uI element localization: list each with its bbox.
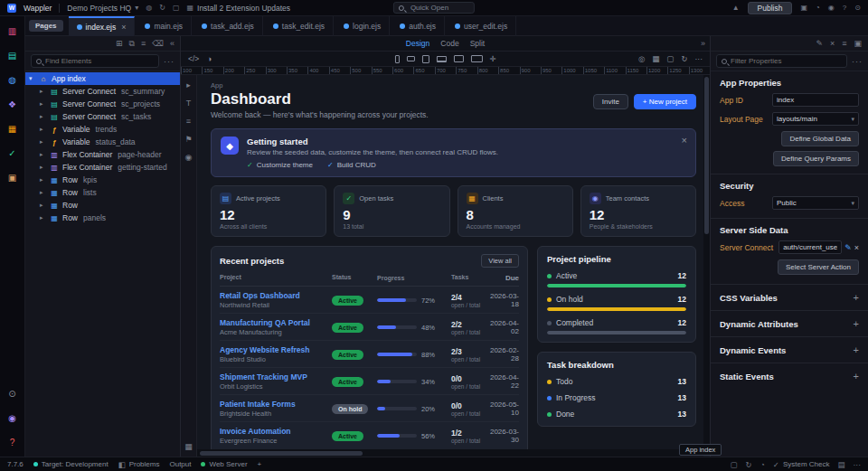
app-id-input[interactable] [772,93,859,107]
kpi-clients[interactable]: ▦ Clients 8 Accounts managed [458,185,573,237]
edit-icon[interactable]: ✎ [816,39,823,48]
eye-tool-icon[interactable]: ◉ [185,153,193,162]
page-canvas[interactable]: App Dashboard Welcome back — here's what… [197,75,710,457]
server-connect-input[interactable] [778,240,842,254]
terminal-icon[interactable]: ▢ [730,460,737,469]
tree-item-app-index[interactable]: ▾ ⌂ App index [25,72,180,85]
inspect-icon[interactable]: ◎ [638,54,645,63]
tree-item-sc-tasks[interactable]: ▸ ▤ Server Connect sc_tasks [25,110,180,123]
tab-main-ejs[interactable]: main.ejs [137,16,192,36]
help-icon[interactable]: ? [843,4,846,12]
tab-index-ejs[interactable]: index.ejs × [69,16,136,36]
code-view-tab[interactable]: Code [440,39,458,48]
project-name-link[interactable]: Retail Ops Dashboard [220,291,332,300]
expand-section-icon[interactable]: + [854,318,859,329]
select-server-action-button[interactable]: Select Server Action [778,259,859,275]
caret-right-icon[interactable]: ▸ [40,189,46,196]
delete-icon[interactable]: ⌫ [152,39,164,48]
project-name-link[interactable]: Agency Website Refresh [220,345,332,354]
caret-right-icon[interactable]: ▸ [40,138,46,146]
define-query-params-button[interactable]: Define Query Params [773,151,859,166]
tree-item-sc-projects[interactable]: ▸ ▤ Server Connect sc_projects [25,98,180,110]
collapse-panel-icon[interactable]: « [170,39,175,48]
invite-button[interactable]: Invite [593,94,628,109]
assets-panel-icon[interactable]: ▣ [5,170,20,184]
layout-page-select[interactable]: layouts/main ▾ [772,112,859,126]
scrollbar-thumb[interactable] [200,451,363,456]
quick-open-button[interactable]: Quick Open [393,2,475,14]
dark-mode-icon[interactable]: ◑ [207,54,212,63]
project-name-link[interactable]: Shipment Tracking MVP [220,372,332,382]
tree-item-row[interactable]: ▸ ▦ Row [25,199,180,212]
caret-right-icon[interactable]: ▸ [40,151,46,158]
section-dynamic-events[interactable]: Dynamic Events + [711,336,868,363]
system-check-button[interactable]: ✓ System Check [773,460,830,469]
caret-down-icon[interactable]: ▾ [29,75,35,82]
web-server-indicator[interactable]: Web Server [201,460,247,468]
canvas-horizontal-scrollbar[interactable] [197,449,703,457]
expand-section-icon[interactable]: + [854,371,859,382]
fit-screen-icon[interactable]: ✛ [489,54,495,63]
caret-right-icon[interactable]: ▸ [40,176,46,184]
save-icon[interactable]: ▣ [854,39,862,48]
close-icon[interactable]: × [682,135,687,146]
notifications-icon[interactable]: ◔ [816,4,820,12]
publish-button[interactable]: Publish [748,2,793,14]
tab-user-edit-ejs[interactable]: user_edit.ejs [447,16,516,36]
new-project-button[interactable]: + New project [634,94,696,109]
help-icon[interactable]: ? [5,435,20,449]
caret-right-icon[interactable]: ▸ [40,113,46,120]
list-icon[interactable]: ≡ [141,39,146,48]
rocket-icon[interactable]: ▲ [732,4,740,12]
expand-panel-icon[interactable]: » [701,39,710,48]
blocks-panel-icon[interactable]: ▦ [5,121,20,136]
tab-task-edit-ejs[interactable]: task_edit.ejs [265,16,334,36]
select-tool-icon[interactable]: ▸ [186,80,191,89]
tree-item-variable-trends[interactable]: ▸ ƒ Variable trends [25,123,180,136]
flag-tool-icon[interactable]: ⚑ [184,135,192,144]
project-name-link[interactable]: Patient Intake Forms [220,400,332,409]
tree-item-row-kpis[interactable]: ▸ ▦ Row kpis [25,174,180,186]
filter-properties-input[interactable] [731,57,842,65]
phone-landscape-icon[interactable] [406,56,414,61]
laptop-icon[interactable] [436,56,446,62]
view-all-button[interactable]: View all [481,254,519,268]
access-select[interactable]: Public ▾ [772,196,859,210]
tree-item-variable-status-data[interactable]: ▸ ƒ Variable status_data [25,136,180,148]
more-options-icon[interactable]: ··· [164,57,175,66]
code-icon[interactable]: </> [188,54,199,63]
canvas-vertical-scrollbar[interactable] [703,75,710,449]
duplicate-icon[interactable]: ⧉ [129,39,135,49]
define-global-data-button[interactable]: Define Global Data [781,131,859,146]
caret-right-icon[interactable]: ▸ [40,202,46,209]
section-dynamic-attributes[interactable]: Dynamic Attributes + [711,310,868,336]
database-panel-icon[interactable]: ▤ [5,48,20,62]
add-element-icon[interactable]: ⊞ [116,39,123,48]
grid-view-icon[interactable]: ▦ [184,442,193,451]
globe-panel-icon[interactable]: ◍ [5,72,20,87]
tablet-icon[interactable] [421,55,429,63]
refresh-canvas-icon[interactable]: ↻ [681,54,687,63]
expand-section-icon[interactable]: + [854,292,859,303]
tree-item-sc-summary[interactable]: ▸ ▤ Server Connect sc_summary [25,85,180,98]
find-elements-input[interactable] [45,57,154,65]
styles-panel-icon[interactable]: ✓ [5,146,20,160]
desktop-icon[interactable] [453,55,463,62]
extension-updates[interactable]: ▦ Install 2 Extension Updates [186,4,290,13]
tab-task-add-ejs[interactable]: task_add.ejs [193,16,263,36]
table-row[interactable]: Manufacturing QA Portal Acme Manufacturi… [220,314,519,341]
outline-tool-icon[interactable]: ≡ [186,117,191,126]
caret-right-icon[interactable]: ▸ [40,126,46,133]
components-panel-icon[interactable]: ❖ [5,97,20,111]
kpi-team-contacts[interactable]: ◉ Team contacts 12 People & stakeholders [580,185,696,237]
section-css-variables[interactable]: CSS Variables + [711,284,868,310]
check-build-crud[interactable]: ✓ Build CRUD [327,161,376,169]
pages-mode-badge[interactable]: Pages [29,20,63,32]
project-name-link[interactable]: Manufacturing QA Portal [220,318,332,327]
problems-button[interactable]: ◧ Problems [118,460,160,469]
project-name-link[interactable]: Invoice Automation [220,427,332,436]
more-icon[interactable]: ··· [854,460,862,469]
grid-toggle-icon[interactable]: ▦ [652,54,659,63]
list-icon[interactable]: ≡ [842,39,846,48]
canvas-options-icon[interactable]: ··· [695,54,703,63]
